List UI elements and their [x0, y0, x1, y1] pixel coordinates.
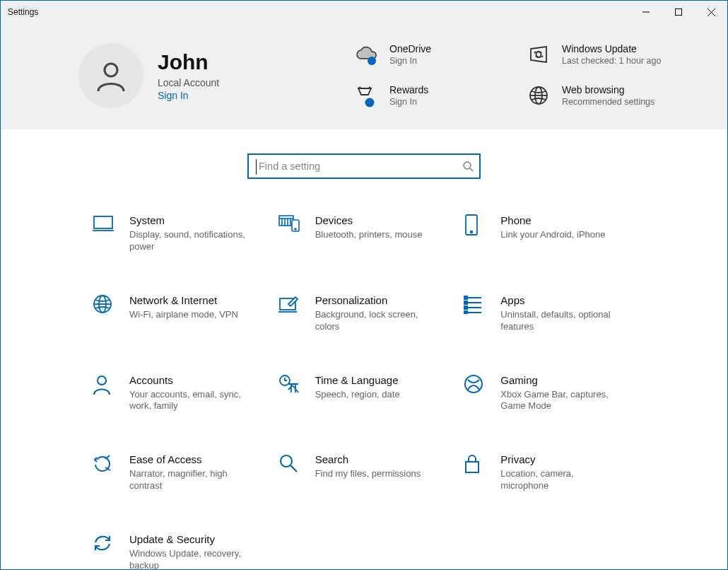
- svg-point-5: [368, 57, 376, 65]
- svg-line-11: [470, 168, 473, 171]
- cat-sub: Display, sound, notifications, power: [129, 229, 249, 253]
- search-box[interactable]: [247, 153, 481, 179]
- category-update-security[interactable]: Update & Security Windows Update, recove…: [93, 533, 264, 570]
- ease-of-access-icon: [93, 453, 117, 492]
- category-gaming[interactable]: Gaming Xbox Game Bar, captures, Game Mod…: [464, 374, 635, 413]
- apps-icon: [464, 294, 488, 333]
- cat-sub: Wi-Fi, airplane mode, VPN: [129, 309, 238, 321]
- cat-title: System: [129, 214, 249, 226]
- xbox-icon: [464, 374, 488, 413]
- cat-title: Time & Language: [315, 374, 400, 386]
- time-language-icon: [278, 374, 303, 413]
- cat-sub: Link your Android, iPhone: [500, 229, 605, 241]
- close-button[interactable]: [695, 1, 727, 23]
- category-phone[interactable]: Phone Link your Android, iPhone: [464, 214, 635, 253]
- svg-point-39: [465, 376, 482, 392]
- globe-icon: [527, 84, 551, 105]
- category-privacy[interactable]: Privacy Location, camera, microphone: [464, 453, 635, 492]
- devices-icon: [278, 214, 303, 253]
- cat-sub: Bluetooth, printers, mouse: [315, 229, 423, 241]
- cat-sub: Find my files, permissions: [315, 468, 421, 480]
- tile-sub: Recommended settings: [562, 97, 654, 108]
- svg-point-10: [464, 162, 471, 169]
- titlebar: Settings: [1, 1, 727, 23]
- svg-point-4: [105, 64, 117, 76]
- categories-grid: System Display, sound, notifications, po…: [1, 214, 727, 570]
- tile-windows-update[interactable]: Windows Update Last checked: 1 hour ago: [527, 43, 678, 67]
- category-personalization[interactable]: Personalization Background, lock screen,…: [278, 294, 450, 333]
- user-block[interactable]: John Local Account Sign In: [78, 43, 354, 108]
- system-icon: [93, 214, 117, 253]
- person-icon: [93, 374, 117, 413]
- cat-title: Personalization: [315, 294, 435, 306]
- search-row: [1, 129, 727, 214]
- cat-sub: Uninstall, defaults, optional features: [500, 309, 621, 333]
- tile-onedrive[interactable]: OneDrive Sign In: [354, 43, 505, 67]
- user-name: John: [158, 50, 219, 74]
- cat-sub: Windows Update, recovery, backup: [129, 548, 249, 570]
- window-controls: [630, 1, 727, 23]
- svg-rect-12: [94, 216, 112, 228]
- globe-icon: [93, 294, 117, 333]
- phone-icon: [464, 214, 488, 253]
- cat-title: Gaming: [500, 374, 621, 386]
- medal-icon: [354, 84, 378, 108]
- svg-rect-33: [464, 296, 467, 299]
- category-devices[interactable]: Devices Bluetooth, printers, mouse: [278, 214, 450, 253]
- cat-title: Phone: [500, 214, 605, 226]
- svg-point-37: [98, 376, 106, 385]
- svg-rect-36: [464, 311, 467, 314]
- minimize-button[interactable]: [630, 1, 662, 23]
- tile-sub: Sign In: [389, 56, 431, 67]
- svg-point-6: [365, 98, 375, 107]
- sync-icon: [93, 533, 117, 570]
- category-network[interactable]: Network & Internet Wi-Fi, airplane mode,…: [93, 294, 264, 333]
- paint-icon: [278, 294, 303, 333]
- cat-title: Apps: [500, 294, 621, 306]
- search-icon: [462, 161, 474, 172]
- maximize-button[interactable]: [662, 1, 695, 23]
- tile-rewards[interactable]: Rewards Sign In: [354, 84, 505, 108]
- update-icon: [527, 43, 551, 64]
- svg-line-41: [290, 465, 297, 472]
- window-title: Settings: [8, 7, 38, 17]
- account-type: Local Account: [158, 77, 219, 88]
- tile-web-browsing[interactable]: Web browsing Recommended settings: [527, 84, 678, 108]
- cat-sub: Your accounts, email, sync, work, family: [129, 389, 249, 413]
- cat-title: Search: [315, 453, 421, 465]
- category-ease-of-access[interactable]: Ease of Access Narrator, magnifier, high…: [93, 453, 264, 492]
- search-input[interactable]: [256, 161, 462, 172]
- tile-title: Windows Update: [562, 43, 661, 54]
- header-panel: John Local Account Sign In OneDrive Sign…: [1, 23, 727, 129]
- tile-title: OneDrive: [389, 43, 431, 54]
- category-accounts[interactable]: Accounts Your accounts, email, sync, wor…: [93, 374, 264, 413]
- category-apps[interactable]: Apps Uninstall, defaults, optional featu…: [464, 294, 635, 333]
- tile-title: Rewards: [389, 84, 428, 95]
- cat-sub: Narrator, magnifier, high contrast: [129, 468, 249, 492]
- search-icon: [278, 453, 303, 492]
- signin-link[interactable]: Sign In: [158, 90, 219, 101]
- svg-point-23: [471, 231, 473, 233]
- category-search[interactable]: Search Find my files, permissions: [278, 453, 450, 492]
- header-tiles: OneDrive Sign In Windows Update Last che…: [354, 43, 678, 108]
- category-time-language[interactable]: Time & Language Speech, region, date: [278, 374, 450, 413]
- svg-rect-14: [279, 216, 293, 226]
- svg-point-40: [281, 455, 292, 467]
- cat-title: Network & Internet: [129, 294, 238, 306]
- category-system[interactable]: System Display, sound, notifications, po…: [93, 214, 264, 253]
- cat-title: Update & Security: [129, 533, 249, 545]
- tile-title: Web browsing: [562, 84, 654, 95]
- svg-rect-34: [464, 301, 467, 304]
- cat-sub: Location, camera, microphone: [500, 468, 621, 492]
- cat-sub: Speech, region, date: [315, 389, 400, 401]
- cat-title: Privacy: [500, 453, 621, 465]
- avatar: [78, 43, 143, 108]
- cat-sub: Xbox Game Bar, captures, Game Mode: [500, 389, 621, 413]
- cat-title: Devices: [315, 214, 423, 226]
- cat-sub: Background, lock screen, colors: [315, 309, 435, 333]
- cat-title: Accounts: [129, 374, 249, 386]
- svg-rect-1: [676, 9, 682, 16]
- svg-point-21: [295, 228, 296, 230]
- svg-rect-35: [464, 306, 467, 309]
- tile-sub: Last checked: 1 hour ago: [562, 56, 661, 67]
